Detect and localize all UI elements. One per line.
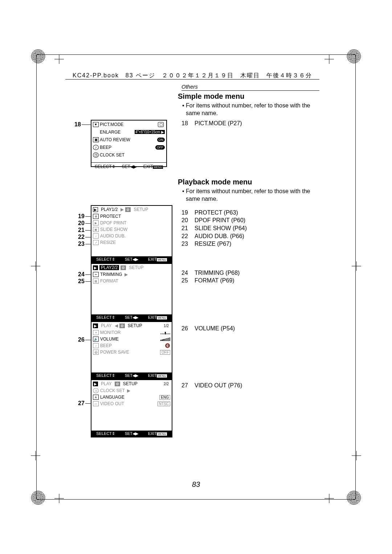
screen-nav: SELECT⇕ SET◀▶ EXITMENU	[91, 162, 166, 169]
play-icon: ▶	[93, 207, 98, 212]
menu-label: VOLUME	[100, 337, 119, 342]
powersave-icon: ⏻	[93, 350, 99, 355]
slideshow-icon: ▣	[93, 227, 99, 232]
registration-mark	[347, 490, 361, 505]
ref-num: 26	[181, 325, 192, 333]
print-header: KC42-PP.book 83 ページ ２００２年１２月１９日 木曜日 午後４時…	[73, 72, 312, 80]
menu-row-enlarge: ENLARGE 4"×6"/10×15cm ▶	[91, 128, 166, 136]
play-icon: ▶	[93, 323, 98, 328]
review-icon: ▣	[93, 137, 99, 142]
registration-cross	[324, 54, 334, 64]
page-indicator: 1/2	[162, 324, 170, 328]
nav-exit: EXITMENU	[148, 373, 167, 378]
ref-num: 27	[181, 382, 192, 390]
play-icon: ▶	[93, 265, 98, 270]
menu-label: POWER SAVE	[100, 350, 129, 355]
volume-icon: 🔊	[93, 337, 99, 342]
menu-label: RESIZE	[100, 240, 116, 245]
ref-text: VOLUME (P54)	[195, 325, 235, 333]
callout-line	[85, 340, 91, 340]
camera-screen-play1: ▶ PLAY1/2 ▶ ⚙ SETUP ⊘PROTECT ▶DPOF PRINT…	[91, 205, 172, 263]
ref-text: RESIZE (P67)	[195, 240, 231, 248]
note-simple-mode: • For items without number, refer to tho…	[182, 102, 320, 117]
menu-label: BEEP	[100, 343, 112, 348]
menu-label: PROTECT	[100, 214, 121, 219]
camera-screen-play2: ▶ PLAY2/2 ⚙ SETUP ✂TRIMMING▶ ▦FORMAT SEL…	[91, 263, 172, 321]
ref-num: 22	[181, 232, 192, 240]
callout-25: 25	[78, 278, 85, 285]
tab-play: PLAY	[99, 381, 113, 386]
beep-icon: ♪	[93, 145, 99, 150]
registration-cross	[31, 451, 40, 460]
callout-23: 23	[78, 241, 85, 247]
level-bars	[160, 337, 170, 341]
nav-exit: EXITMENU	[148, 431, 167, 436]
setup-icon: ⚙	[115, 382, 120, 386]
level-bars	[160, 331, 170, 334]
ref-row: 18 PICT.MODE (P27)	[181, 119, 319, 127]
blank-icon	[93, 130, 99, 135]
heading-simple-mode: Simple mode menu	[178, 92, 319, 101]
beep-icon: ♪	[93, 343, 99, 348]
ref-text: VIDEO OUT (P76)	[195, 382, 242, 390]
video-icon: ▭	[93, 401, 99, 406]
callout-line	[85, 230, 91, 231]
menu-label: FORMAT	[100, 278, 118, 284]
menu-label: AUDIO DUB.	[100, 233, 126, 239]
ref-num: 21	[181, 224, 192, 232]
callout-18: 18	[74, 121, 81, 128]
ref-text: TRIMMING (P68)	[195, 269, 240, 277]
arrow-icon: ▶	[127, 388, 130, 393]
mute-icon: 🔇	[165, 343, 170, 348]
nav-exit: EXITMENU	[148, 257, 167, 262]
ref-num: 19	[181, 209, 192, 217]
clock-icon: ◷	[93, 388, 99, 393]
nav-select: SELECT⇕	[96, 257, 115, 262]
heading-playback-mode: Playback mode menu	[178, 178, 319, 186]
menu-value: OFF	[160, 350, 170, 355]
nav-exit: EXITMENU	[143, 164, 163, 169]
callout-22: 22	[78, 234, 85, 240]
setup-icon: ⚙	[121, 265, 126, 270]
callout-line	[85, 216, 91, 217]
setup-icon: ⚙	[119, 323, 125, 328]
nav-set: SET◀▶	[125, 315, 138, 320]
registration-cross	[54, 54, 64, 64]
tab-setup: SETUP	[122, 381, 139, 386]
registration-mark	[31, 490, 45, 505]
nav-select: SELECT⇕	[96, 373, 115, 378]
registration-mark	[347, 49, 361, 64]
menu-label: TRIMMING	[100, 272, 122, 277]
tab-setup: SETUP	[127, 265, 145, 270]
nav-set: SET◀▶	[125, 373, 138, 378]
arrow-icon: ◀	[115, 323, 118, 328]
menu-label: LANGUAGE	[100, 395, 124, 400]
monitor-icon: ☀	[93, 330, 99, 335]
page-indicator: 2/2	[162, 382, 170, 386]
arrow-icon: ▶	[124, 272, 128, 277]
audio-icon: ♪	[93, 233, 99, 239]
menu-label: VIDEO OUT	[100, 401, 124, 406]
page-number: 83	[192, 480, 200, 489]
format-icon: ▦	[93, 278, 99, 284]
ref-num: 25	[181, 277, 192, 285]
menu-label: CLOCK SET	[100, 388, 125, 393]
menu-value: ENG	[159, 395, 170, 400]
clock-icon: ◷	[93, 152, 99, 158]
nav-set: SET◀▶	[125, 257, 138, 262]
heart-icon: ♥	[93, 122, 99, 127]
callout-line	[85, 281, 91, 282]
crop-line	[36, 499, 356, 500]
menu-label: SLIDE SHOW	[100, 227, 127, 232]
tab-setup: SETUP	[126, 323, 144, 328]
menu-label: DPOF PRINT	[100, 220, 127, 225]
crop-line	[36, 54, 37, 500]
nav-select: SELECT⇕	[96, 315, 115, 320]
callout-21: 21	[78, 227, 85, 233]
callout-line	[85, 223, 91, 224]
menu-row-pictmode: ♥ PICT.MODE ▢	[91, 121, 166, 128]
trimming-icon: ✂	[93, 272, 99, 277]
tab-play: PLAY	[99, 323, 113, 328]
setup-icon: ⚙	[125, 207, 131, 212]
menu-value: NTSC	[158, 402, 170, 406]
